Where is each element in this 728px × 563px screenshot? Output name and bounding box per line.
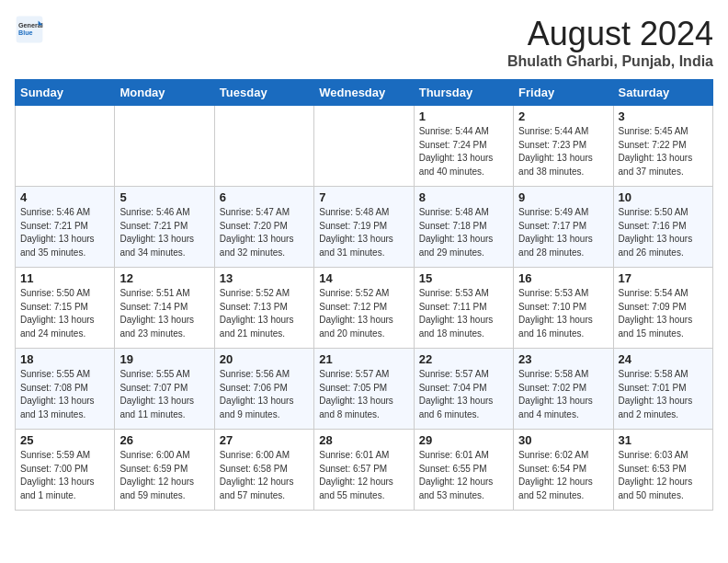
day-info: Sunrise: 5:59 AM Sunset: 7:00 PM Dayligh…: [20, 449, 109, 502]
day-info: Sunrise: 5:54 AM Sunset: 7:09 PM Dayligh…: [619, 287, 708, 340]
logo-svg: General Blue: [15, 15, 44, 44]
day-header-monday: Monday: [115, 80, 214, 106]
day-info: Sunrise: 5:58 AM Sunset: 7:01 PM Dayligh…: [619, 368, 708, 421]
day-number: 27: [220, 433, 309, 447]
day-info: Sunrise: 5:50 AM Sunset: 7:15 PM Dayligh…: [20, 287, 109, 340]
calendar-cell: 8Sunrise: 5:48 AM Sunset: 7:18 PM Daylig…: [414, 187, 513, 268]
week-row-1: 1Sunrise: 5:44 AM Sunset: 7:24 PM Daylig…: [16, 106, 713, 187]
header-row: SundayMondayTuesdayWednesdayThursdayFrid…: [16, 80, 713, 106]
day-number: 4: [20, 190, 109, 204]
day-number: 7: [319, 190, 408, 204]
day-number: 22: [419, 352, 508, 366]
calendar-cell: [214, 106, 313, 187]
week-row-3: 11Sunrise: 5:50 AM Sunset: 7:15 PM Dayli…: [16, 268, 713, 349]
day-info: Sunrise: 5:55 AM Sunset: 7:08 PM Dayligh…: [20, 368, 109, 421]
calendar-cell: [115, 106, 214, 187]
day-info: Sunrise: 6:02 AM Sunset: 6:54 PM Dayligh…: [518, 449, 608, 502]
month-title: August 2024: [507, 15, 713, 53]
day-number: 24: [619, 352, 708, 366]
day-number: 2: [518, 109, 608, 123]
day-info: Sunrise: 5:57 AM Sunset: 7:05 PM Dayligh…: [319, 368, 408, 421]
day-info: Sunrise: 5:49 AM Sunset: 7:17 PM Dayligh…: [518, 206, 608, 259]
day-info: Sunrise: 5:57 AM Sunset: 7:04 PM Dayligh…: [419, 368, 508, 421]
calendar-table: SundayMondayTuesdayWednesdayThursdayFrid…: [15, 79, 713, 511]
day-number: 13: [220, 271, 309, 285]
day-number: 3: [619, 109, 708, 123]
calendar-cell: 22Sunrise: 5:57 AM Sunset: 7:04 PM Dayli…: [414, 349, 513, 430]
calendar-cell: 13Sunrise: 5:52 AM Sunset: 7:13 PM Dayli…: [214, 268, 313, 349]
day-number: 1: [419, 109, 508, 123]
day-info: Sunrise: 5:53 AM Sunset: 7:11 PM Dayligh…: [419, 287, 508, 340]
day-number: 11: [20, 271, 109, 285]
logo: General Blue: [15, 15, 44, 44]
calendar-cell: 25Sunrise: 5:59 AM Sunset: 7:00 PM Dayli…: [16, 430, 115, 511]
day-number: 12: [119, 271, 209, 285]
day-number: 19: [119, 352, 209, 366]
day-info: Sunrise: 5:52 AM Sunset: 7:13 PM Dayligh…: [220, 287, 309, 340]
day-info: Sunrise: 6:03 AM Sunset: 6:53 PM Dayligh…: [619, 449, 708, 502]
calendar-cell: 10Sunrise: 5:50 AM Sunset: 7:16 PM Dayli…: [613, 187, 712, 268]
calendar-cell: 17Sunrise: 5:54 AM Sunset: 7:09 PM Dayli…: [613, 268, 712, 349]
calendar-cell: 7Sunrise: 5:48 AM Sunset: 7:19 PM Daylig…: [314, 187, 414, 268]
day-info: Sunrise: 5:58 AM Sunset: 7:02 PM Dayligh…: [518, 368, 608, 421]
day-info: Sunrise: 6:01 AM Sunset: 6:55 PM Dayligh…: [419, 449, 508, 502]
svg-text:Blue: Blue: [18, 29, 33, 37]
day-header-tuesday: Tuesday: [214, 80, 313, 106]
calendar-cell: 19Sunrise: 5:55 AM Sunset: 7:07 PM Dayli…: [115, 349, 214, 430]
day-number: 26: [119, 433, 209, 447]
day-number: 15: [419, 271, 508, 285]
day-number: 18: [20, 352, 109, 366]
day-header-sunday: Sunday: [16, 80, 115, 106]
day-info: Sunrise: 5:47 AM Sunset: 7:20 PM Dayligh…: [220, 206, 309, 259]
calendar-cell: 12Sunrise: 5:51 AM Sunset: 7:14 PM Dayli…: [115, 268, 214, 349]
day-info: Sunrise: 5:48 AM Sunset: 7:19 PM Dayligh…: [319, 206, 408, 259]
day-number: 29: [419, 433, 508, 447]
calendar-cell: 18Sunrise: 5:55 AM Sunset: 7:08 PM Dayli…: [16, 349, 115, 430]
calendar-cell: 21Sunrise: 5:57 AM Sunset: 7:05 PM Dayli…: [314, 349, 414, 430]
calendar-cell: 5Sunrise: 5:46 AM Sunset: 7:21 PM Daylig…: [115, 187, 214, 268]
calendar-cell: 4Sunrise: 5:46 AM Sunset: 7:21 PM Daylig…: [16, 187, 115, 268]
day-number: 16: [518, 271, 608, 285]
day-number: 25: [20, 433, 109, 447]
day-number: 31: [619, 433, 708, 447]
day-number: 17: [619, 271, 708, 285]
day-info: Sunrise: 5:56 AM Sunset: 7:06 PM Dayligh…: [220, 368, 309, 421]
day-info: Sunrise: 5:53 AM Sunset: 7:10 PM Dayligh…: [518, 287, 608, 340]
day-number: 28: [319, 433, 408, 447]
calendar-cell: 30Sunrise: 6:02 AM Sunset: 6:54 PM Dayli…: [514, 430, 613, 511]
calendar-cell: 29Sunrise: 6:01 AM Sunset: 6:55 PM Dayli…: [414, 430, 513, 511]
calendar-cell: 9Sunrise: 5:49 AM Sunset: 7:17 PM Daylig…: [514, 187, 613, 268]
calendar-cell: [16, 106, 115, 187]
day-number: 21: [319, 352, 408, 366]
day-info: Sunrise: 5:46 AM Sunset: 7:21 PM Dayligh…: [119, 206, 209, 259]
day-info: Sunrise: 6:00 AM Sunset: 6:59 PM Dayligh…: [119, 449, 209, 502]
day-number: 14: [319, 271, 408, 285]
calendar-cell: 28Sunrise: 6:01 AM Sunset: 6:57 PM Dayli…: [314, 430, 414, 511]
day-info: Sunrise: 5:52 AM Sunset: 7:12 PM Dayligh…: [319, 287, 408, 340]
day-info: Sunrise: 5:48 AM Sunset: 7:18 PM Dayligh…: [419, 206, 508, 259]
week-row-5: 25Sunrise: 5:59 AM Sunset: 7:00 PM Dayli…: [16, 430, 713, 511]
day-info: Sunrise: 5:51 AM Sunset: 7:14 PM Dayligh…: [119, 287, 209, 340]
day-number: 23: [518, 352, 608, 366]
day-info: Sunrise: 6:00 AM Sunset: 6:58 PM Dayligh…: [220, 449, 309, 502]
calendar-cell: 3Sunrise: 5:45 AM Sunset: 7:22 PM Daylig…: [613, 106, 712, 187]
calendar-cell: [314, 106, 414, 187]
day-number: 9: [518, 190, 608, 204]
calendar-cell: 15Sunrise: 5:53 AM Sunset: 7:11 PM Dayli…: [414, 268, 513, 349]
day-info: Sunrise: 6:01 AM Sunset: 6:57 PM Dayligh…: [319, 449, 408, 502]
day-info: Sunrise: 5:55 AM Sunset: 7:07 PM Dayligh…: [119, 368, 209, 421]
calendar-cell: 6Sunrise: 5:47 AM Sunset: 7:20 PM Daylig…: [214, 187, 313, 268]
calendar-cell: 2Sunrise: 5:44 AM Sunset: 7:23 PM Daylig…: [514, 106, 613, 187]
calendar-cell: 16Sunrise: 5:53 AM Sunset: 7:10 PM Dayli…: [514, 268, 613, 349]
day-header-friday: Friday: [514, 80, 613, 106]
header: General Blue August 2024 Bhulath Gharbi,…: [15, 15, 713, 70]
day-info: Sunrise: 5:44 AM Sunset: 7:24 PM Dayligh…: [419, 125, 508, 178]
day-number: 20: [220, 352, 309, 366]
day-number: 5: [119, 190, 209, 204]
day-header-wednesday: Wednesday: [314, 80, 414, 106]
day-header-saturday: Saturday: [613, 80, 712, 106]
day-info: Sunrise: 5:44 AM Sunset: 7:23 PM Dayligh…: [518, 125, 608, 178]
day-info: Sunrise: 5:46 AM Sunset: 7:21 PM Dayligh…: [20, 206, 109, 259]
day-number: 6: [220, 190, 309, 204]
calendar-cell: 26Sunrise: 6:00 AM Sunset: 6:59 PM Dayli…: [115, 430, 214, 511]
